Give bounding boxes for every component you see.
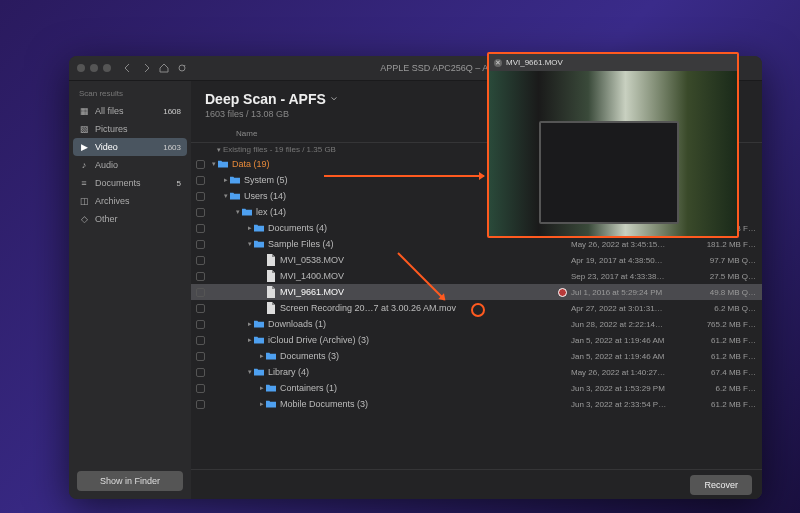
- row-name: Downloads (1): [268, 319, 571, 329]
- row-date: Jan 5, 2022 at 1:19:46 AM: [571, 336, 701, 345]
- folder-icon: [254, 367, 264, 377]
- folder-row[interactable]: ▸iCloud Drive (Archive) (3)Jan 5, 2022 a…: [191, 332, 762, 348]
- row-checkbox[interactable]: [196, 400, 205, 409]
- zoom-icon[interactable]: [103, 64, 111, 72]
- back-icon[interactable]: [123, 63, 133, 73]
- row-size: 61.2 MB F…: [701, 336, 756, 345]
- file-row[interactable]: MVI_0538.MOVApr 19, 2017 at 4:38:50…97.7…: [191, 252, 762, 268]
- disclosure-icon[interactable]: ▾: [246, 240, 254, 248]
- row-checkbox[interactable]: [196, 240, 205, 249]
- row-checkbox[interactable]: [196, 208, 205, 217]
- row-checkbox[interactable]: [196, 160, 205, 169]
- disclosure-icon[interactable]: ▸: [258, 400, 266, 408]
- row-date: Sep 23, 2017 at 4:33:38…: [571, 272, 701, 281]
- pic-icon: ▧: [79, 124, 89, 134]
- annotation-circle: [471, 303, 485, 317]
- row-date: Apr 27, 2022 at 3:01:31…: [571, 304, 701, 313]
- sidebar-item-label: Video: [95, 142, 157, 152]
- minimize-icon[interactable]: [90, 64, 98, 72]
- folder-icon: [254, 239, 264, 249]
- preview-image: [489, 71, 737, 236]
- disclosure-icon[interactable]: ▸: [258, 352, 266, 360]
- row-checkbox[interactable]: [196, 256, 205, 265]
- sidebar: Scan results ▦All files1608▧Pictures▶Vid…: [69, 81, 191, 499]
- row-checkbox[interactable]: [196, 384, 205, 393]
- folder-row[interactable]: ▸Documents (3)Jan 5, 2022 at 1:19:46 AM6…: [191, 348, 762, 364]
- forward-icon[interactable]: [141, 63, 151, 73]
- row-size: 765.2 MB F…: [701, 320, 756, 329]
- folder-row[interactable]: ▸Mobile Documents (3)Jun 3, 2022 at 2:33…: [191, 396, 762, 412]
- traffic-lights[interactable]: [77, 64, 111, 72]
- row-checkbox[interactable]: [196, 288, 205, 297]
- preview-panel[interactable]: ✕ MVI_9661.MOV: [487, 52, 739, 238]
- sidebar-item-count: 1608: [163, 107, 181, 116]
- row-checkbox[interactable]: [196, 352, 205, 361]
- sidebar-item-label: Archives: [95, 196, 175, 206]
- oth-icon: ◇: [79, 214, 89, 224]
- sidebar-item-archives[interactable]: ◫Archives: [73, 192, 187, 210]
- row-date: Jul 1, 2016 at 5:29:24 PM: [571, 288, 701, 297]
- folder-icon: [254, 319, 264, 329]
- row-name: MVI_9661.MOV: [280, 287, 558, 297]
- disclosure-icon[interactable]: ▸: [258, 384, 266, 392]
- refresh-icon[interactable]: [177, 63, 187, 73]
- row-size: 61.2 MB F…: [701, 352, 756, 361]
- disclosure-icon[interactable]: ▸: [246, 320, 254, 328]
- disclosure-icon[interactable]: ▾: [210, 160, 218, 168]
- folder-icon: [242, 207, 252, 217]
- sidebar-item-video[interactable]: ▶Video1603: [73, 138, 187, 156]
- row-checkbox[interactable]: [196, 272, 205, 281]
- file-icon: [266, 255, 276, 265]
- file-icon: [266, 271, 276, 281]
- row-checkbox[interactable]: [196, 304, 205, 313]
- row-size: 6.2 MB Q…: [701, 304, 756, 313]
- disclosure-icon[interactable]: ▸: [246, 336, 254, 344]
- row-checkbox[interactable]: [196, 320, 205, 329]
- disclosure-icon[interactable]: ▾: [246, 368, 254, 376]
- row-size: 67.4 MB F…: [701, 368, 756, 377]
- close-icon[interactable]: ✕: [494, 59, 502, 67]
- row-name: MVI_0538.MOV: [280, 255, 571, 265]
- sidebar-item-count: 5: [177, 179, 181, 188]
- sidebar-item-documents[interactable]: ≡Documents5: [73, 174, 187, 192]
- row-checkbox[interactable]: [196, 368, 205, 377]
- disclosure-icon[interactable]: ▾: [234, 208, 242, 216]
- sidebar-item-label: Pictures: [95, 124, 175, 134]
- folder-icon: [266, 383, 276, 393]
- sidebar-item-all-files[interactable]: ▦All files1608: [73, 102, 187, 120]
- row-name: Library (4): [268, 367, 571, 377]
- disclosure-icon[interactable]: ▸: [222, 176, 230, 184]
- row-name: Mobile Documents (3): [280, 399, 571, 409]
- close-icon[interactable]: [77, 64, 85, 72]
- row-checkbox[interactable]: [196, 336, 205, 345]
- folder-icon: [230, 175, 240, 185]
- file-row[interactable]: MVI_1400.MOVSep 23, 2017 at 4:33:38…27.5…: [191, 268, 762, 284]
- sidebar-item-other[interactable]: ◇Other: [73, 210, 187, 228]
- sidebar-item-pictures[interactable]: ▧Pictures: [73, 120, 187, 138]
- recover-button[interactable]: Recover: [690, 475, 752, 495]
- grid-icon: ▦: [79, 106, 89, 116]
- row-checkbox[interactable]: [196, 192, 205, 201]
- sidebar-item-count: 1603: [163, 143, 181, 152]
- folder-row[interactable]: ▾Library (4)May 26, 2022 at 1:40:27…67.4…: [191, 364, 762, 380]
- row-checkbox[interactable]: [196, 224, 205, 233]
- disclosure-icon[interactable]: ▸: [246, 224, 254, 232]
- chevron-down-icon[interactable]: [330, 95, 338, 103]
- disclosure-icon[interactable]: ▾: [222, 192, 230, 200]
- sidebar-item-audio[interactable]: ♪Audio: [73, 156, 187, 174]
- row-checkbox[interactable]: [196, 176, 205, 185]
- row-name: Documents (3): [280, 351, 571, 361]
- row-size: 97.7 MB Q…: [701, 256, 756, 265]
- row-size: 27.5 MB Q…: [701, 272, 756, 281]
- show-in-finder-button[interactable]: Show in Finder: [77, 471, 183, 491]
- home-icon[interactable]: [159, 63, 169, 73]
- sidebar-heading: Scan results: [73, 87, 187, 102]
- folder-row[interactable]: ▾Sample Files (4)May 26, 2022 at 3:45:15…: [191, 236, 762, 252]
- folder-row[interactable]: ▸Containers (1)Jun 3, 2022 at 1:53:29 PM…: [191, 380, 762, 396]
- row-date: May 26, 2022 at 1:40:27…: [571, 368, 701, 377]
- row-date: Jun 28, 2022 at 2:22:14…: [571, 320, 701, 329]
- file-row[interactable]: MVI_9661.MOVJul 1, 2016 at 5:29:24 PM49.…: [191, 284, 762, 300]
- row-size: 6.2 MB F…: [701, 384, 756, 393]
- folder-icon: [230, 191, 240, 201]
- folder-row[interactable]: ▸Downloads (1)Jun 28, 2022 at 2:22:14…76…: [191, 316, 762, 332]
